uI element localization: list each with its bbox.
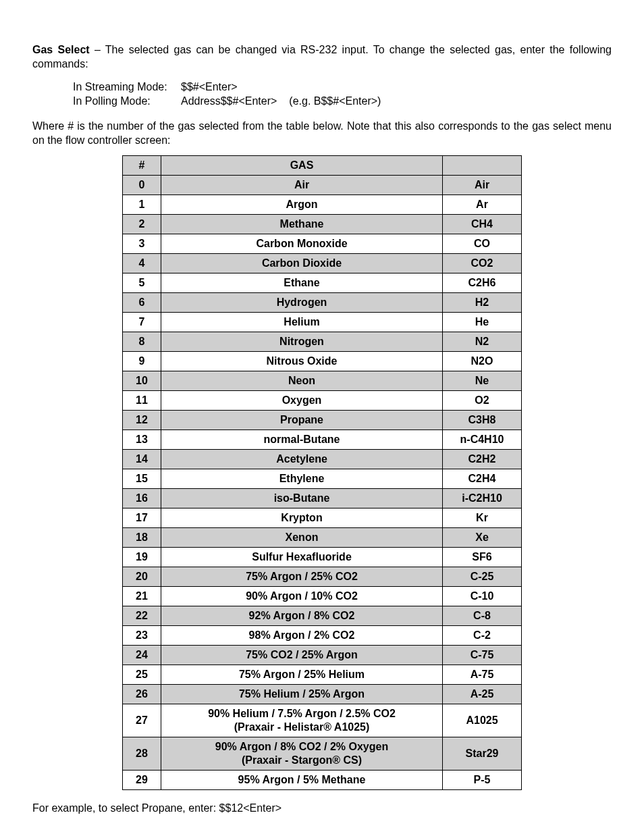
row-gas: Oxygen bbox=[161, 391, 443, 411]
row-symbol: Ne bbox=[443, 371, 522, 391]
header-symbol bbox=[443, 156, 522, 176]
row-number: 16 bbox=[123, 489, 161, 509]
row-gas: 75% Helium / 25% Argon bbox=[161, 685, 443, 704]
explain-paragraph: Where # is the number of the gas selecte… bbox=[32, 120, 612, 148]
table-row: 10NeonNe bbox=[123, 371, 522, 391]
table-row: 17KryptonKr bbox=[123, 509, 522, 528]
intro-paragraph: Gas Select – The selected gas can be cha… bbox=[32, 43, 612, 72]
row-symbol: A-25 bbox=[443, 685, 522, 704]
gas-table: # GAS 0AirAir1ArgonAr2MethaneCH43Carbon … bbox=[122, 155, 522, 790]
polling-label: In Polling Mode: bbox=[73, 94, 181, 109]
row-gas: Hydrogen bbox=[161, 293, 443, 313]
row-symbol: C2H2 bbox=[443, 450, 522, 469]
row-symbol: C-8 bbox=[443, 606, 522, 626]
table-row: 12PropaneC3H8 bbox=[123, 411, 522, 430]
table-row: 3Carbon MonoxideCO bbox=[123, 234, 522, 254]
row-symbol: C3H8 bbox=[443, 411, 522, 430]
table-row: 2475% CO2 / 25% ArgonC-75 bbox=[123, 646, 522, 665]
row-symbol: i-C2H10 bbox=[443, 489, 522, 509]
row-number: 21 bbox=[123, 587, 161, 606]
table-row: 2890% Argon / 8% CO2 / 2% Oxygen(Praxair… bbox=[123, 737, 522, 771]
polling-example: (e.g. B$$#<Enter>) bbox=[289, 94, 381, 109]
row-gas: 90% Argon / 8% CO2 / 2% Oxygen(Praxair -… bbox=[161, 737, 443, 771]
row-gas: Methane bbox=[161, 215, 443, 234]
row-symbol: P-5 bbox=[443, 771, 522, 790]
table-row: 18XenonXe bbox=[123, 528, 522, 548]
row-symbol: Air bbox=[443, 176, 522, 195]
table-row: 1ArgonAr bbox=[123, 195, 522, 215]
table-row: 2398% Argon / 2% CO2C-2 bbox=[123, 626, 522, 646]
row-number: 15 bbox=[123, 469, 161, 489]
row-symbol: C-75 bbox=[443, 646, 522, 665]
row-symbol: C-2 bbox=[443, 626, 522, 646]
row-symbol: H2 bbox=[443, 293, 522, 313]
row-gas: Carbon Monoxide bbox=[161, 234, 443, 254]
row-gas: iso-Butane bbox=[161, 489, 443, 509]
row-gas: 98% Argon / 2% CO2 bbox=[161, 626, 443, 646]
row-symbol: A-75 bbox=[443, 665, 522, 685]
table-row: 6HydrogenH2 bbox=[123, 293, 522, 313]
row-symbol: A1025 bbox=[443, 704, 522, 737]
row-symbol: He bbox=[443, 313, 522, 332]
row-number: 19 bbox=[123, 548, 161, 567]
row-symbol: C-25 bbox=[443, 567, 522, 587]
row-symbol: n-C4H10 bbox=[443, 430, 522, 450]
row-number: 27 bbox=[123, 704, 161, 737]
table-row: 15EthyleneC2H4 bbox=[123, 469, 522, 489]
row-number: 0 bbox=[123, 176, 161, 195]
row-gas: Neon bbox=[161, 371, 443, 391]
row-gas: Ethylene bbox=[161, 469, 443, 489]
row-gas: 92% Argon / 8% CO2 bbox=[161, 606, 443, 626]
row-gas: Carbon Dioxide bbox=[161, 254, 443, 273]
row-number: 10 bbox=[123, 371, 161, 391]
row-number: 29 bbox=[123, 771, 161, 790]
table-header-row: # GAS bbox=[123, 156, 522, 176]
header-gas: GAS bbox=[161, 156, 443, 176]
row-gas: Sulfur Hexafluoride bbox=[161, 548, 443, 567]
row-gas: 95% Argon / 5% Methane bbox=[161, 771, 443, 790]
row-gas: 90% Helium / 7.5% Argon / 2.5% CO2(Praxa… bbox=[161, 704, 443, 737]
table-row: 2292% Argon / 8% CO2C-8 bbox=[123, 606, 522, 626]
intro-body: – The selected gas can be changed via RS… bbox=[32, 44, 612, 70]
streaming-value: $$#<Enter> bbox=[181, 80, 238, 95]
row-number: 4 bbox=[123, 254, 161, 273]
row-symbol: CH4 bbox=[443, 215, 522, 234]
row-number: 6 bbox=[123, 293, 161, 313]
row-gas: normal-Butane bbox=[161, 430, 443, 450]
row-gas: Nitrogen bbox=[161, 332, 443, 352]
row-symbol: CO bbox=[443, 234, 522, 254]
row-symbol: Star29 bbox=[443, 737, 522, 771]
table-row: 2190% Argon / 10% CO2C-10 bbox=[123, 587, 522, 606]
row-symbol: O2 bbox=[443, 391, 522, 411]
header-number: # bbox=[123, 156, 161, 176]
row-gas: Air bbox=[161, 176, 443, 195]
table-row: 0AirAir bbox=[123, 176, 522, 195]
table-row: 16iso-Butanei-C2H10 bbox=[123, 489, 522, 509]
row-gas: 75% Argon / 25% Helium bbox=[161, 665, 443, 685]
table-row: 2MethaneCH4 bbox=[123, 215, 522, 234]
table-row: 8NitrogenN2 bbox=[123, 332, 522, 352]
row-gas: Argon bbox=[161, 195, 443, 215]
row-symbol: SF6 bbox=[443, 548, 522, 567]
row-number: 28 bbox=[123, 737, 161, 771]
table-row: 2790% Helium / 7.5% Argon / 2.5% CO2(Pra… bbox=[123, 704, 522, 737]
row-number: 17 bbox=[123, 509, 161, 528]
row-symbol: N2O bbox=[443, 352, 522, 371]
table-row: 5EthaneC2H6 bbox=[123, 273, 522, 293]
row-number: 23 bbox=[123, 626, 161, 646]
streaming-label: In Streaming Mode: bbox=[73, 80, 181, 95]
table-row: 13normal-Butanen-C4H10 bbox=[123, 430, 522, 450]
row-number: 8 bbox=[123, 332, 161, 352]
row-number: 2 bbox=[123, 215, 161, 234]
row-gas: Ethane bbox=[161, 273, 443, 293]
row-number: 5 bbox=[123, 273, 161, 293]
row-gas: Acetylene bbox=[161, 450, 443, 469]
row-number: 1 bbox=[123, 195, 161, 215]
row-symbol: CO2 bbox=[443, 254, 522, 273]
row-number: 9 bbox=[123, 352, 161, 371]
row-symbol: Kr bbox=[443, 509, 522, 528]
row-symbol: C-10 bbox=[443, 587, 522, 606]
row-number: 24 bbox=[123, 646, 161, 665]
row-gas: 75% CO2 / 25% Argon bbox=[161, 646, 443, 665]
table-row: 9Nitrous OxideN2O bbox=[123, 352, 522, 371]
